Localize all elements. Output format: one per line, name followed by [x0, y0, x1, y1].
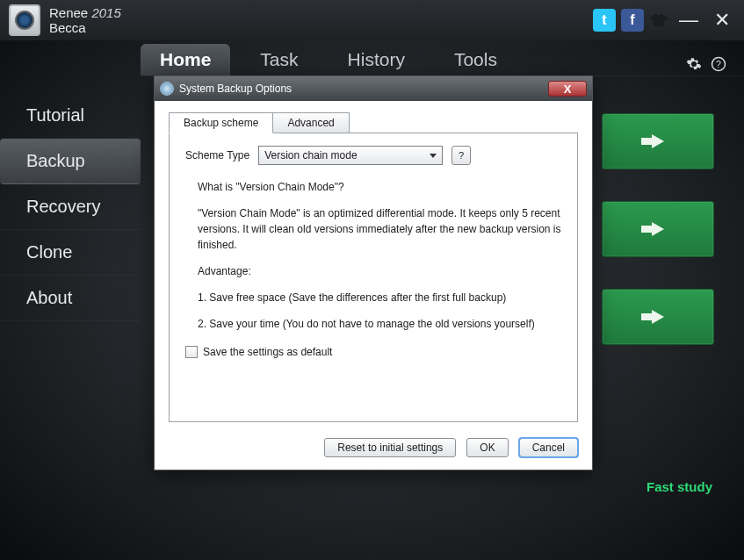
facebook-icon[interactable]: f	[621, 9, 644, 32]
system-backup-options-dialog: System Backup Options X Backup scheme Ad…	[154, 75, 593, 470]
sidebar-item-tutorial[interactable]: Tutorial	[0, 93, 141, 139]
sidebar-item-about[interactable]: About	[0, 276, 141, 321]
scheme-type-label: Scheme Type	[185, 149, 249, 162]
tab-history[interactable]: History	[329, 44, 424, 75]
window-minimize-button[interactable]: —	[674, 9, 704, 32]
save-default-checkbox[interactable]	[185, 346, 198, 358]
twitter-icon[interactable]: t	[593, 9, 616, 32]
dialog-tabstrip: Backup scheme Advanced	[169, 111, 578, 133]
sidebar-item-backup[interactable]: Backup	[0, 139, 141, 184]
explain-description: "Version Chain Mode" is an optimized dif…	[198, 205, 561, 253]
cancel-button[interactable]: Cancel	[519, 438, 578, 457]
sidebar-item-clone[interactable]: Clone	[0, 230, 141, 276]
reset-button[interactable]: Reset to initial settings	[324, 438, 456, 457]
dialog-title: System Backup Options	[179, 83, 292, 95]
action-card-2[interactable]	[602, 201, 714, 257]
fast-study-link[interactable]: Fast study	[646, 479, 712, 494]
action-card-1[interactable]	[602, 113, 714, 169]
tab-tools[interactable]: Tools	[435, 44, 516, 75]
scheme-type-select[interactable]: Version chain mode	[258, 146, 443, 165]
app-year: 2015	[91, 5, 120, 20]
app-title: Renee	[49, 5, 88, 20]
explain-advantage-2: 2. Save your time (You do not have to ma…	[198, 316, 561, 332]
sidebar: Tutorial Backup Recovery Clone About	[0, 75, 141, 554]
explain-question: What is "Version Chain Mode"?	[198, 179, 561, 195]
dialog-titlebar[interactable]: System Backup Options X	[155, 76, 592, 101]
dialog-close-button[interactable]: X	[548, 81, 587, 97]
arrow-right-icon	[652, 134, 664, 148]
arrow-right-icon	[652, 222, 664, 236]
scheme-type-value: Version chain mode	[264, 149, 357, 162]
main-tabs: Home Task History Tools ?	[0, 40, 744, 75]
tab-advanced[interactable]: Advanced	[272, 112, 349, 133]
save-default-label: Save the settings as default	[203, 346, 332, 358]
sidebar-item-recovery[interactable]: Recovery	[0, 184, 141, 230]
app-subtitle: Becca	[49, 20, 121, 35]
app-logo	[9, 4, 40, 36]
tab-backup-scheme[interactable]: Backup scheme	[169, 112, 273, 133]
app-titlebar: Renee 2015 Becca t f — ✕	[0, 0, 744, 40]
scheme-help-button[interactable]: ?	[451, 146, 471, 165]
app-brand: Renee 2015 Becca	[49, 5, 121, 35]
window-close-button[interactable]: ✕	[709, 9, 735, 32]
arrow-right-icon	[652, 310, 664, 324]
tab-home[interactable]: Home	[141, 44, 230, 75]
tab-task[interactable]: Task	[241, 44, 317, 75]
gear-icon[interactable]	[686, 56, 702, 75]
scheme-explanation: What is "Version Chain Mode"? "Version C…	[185, 179, 561, 332]
svg-text:?: ?	[716, 59, 721, 69]
action-card-3[interactable]	[602, 289, 714, 345]
help-icon[interactable]: ?	[711, 56, 726, 75]
dialog-app-icon	[160, 82, 174, 96]
explain-advantage-head: Advantage:	[198, 263, 561, 279]
tshirt-icon[interactable]	[649, 14, 668, 26]
dialog-footer: Reset to initial settings OK Cancel	[155, 429, 592, 470]
backup-scheme-panel: Scheme Type Version chain mode ? What is…	[169, 133, 578, 422]
ok-button[interactable]: OK	[466, 438, 508, 457]
explain-advantage-1: 1. Save free space (Save the differences…	[198, 290, 561, 305]
safe-dial-icon	[15, 11, 34, 30]
